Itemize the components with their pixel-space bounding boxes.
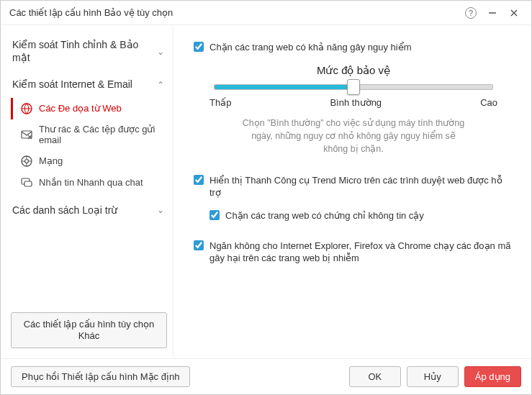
svg-point-8 [25, 159, 29, 163]
apply-button[interactable]: Áp dụng [464, 366, 521, 387]
sidebar-item-spam[interactable]: Thư rác & Các tệp được gửi email [11, 119, 167, 150]
block-untrusted-cert-row[interactable]: Chặn các trang web có chứng chỉ không ti… [209, 209, 511, 222]
minimize-button[interactable] [484, 4, 501, 22]
help-button[interactable]: ? [462, 4, 479, 22]
chevron-down-icon: ⌄ [155, 205, 166, 215]
checkbox-label: Hiển thị Thanh Công cụ Trend Micro trên … [209, 174, 511, 199]
spacer [194, 232, 511, 240]
sidebar-item-web-threats[interactable]: Các Đe dọa từ Web [11, 98, 167, 119]
content-pane: Chặn các trang web có khả năng gây nguy … [173, 25, 531, 358]
block-dangerous-sites-checkbox[interactable] [194, 42, 204, 52]
sidebar-item-network[interactable]: Mạng [11, 150, 167, 172]
block-untrusted-cert-checkbox[interactable] [209, 210, 220, 220]
chevron-down-icon: ⌄ [155, 47, 166, 57]
slider-hint: Chọn "Bình thường" cho việc sử dụng máy … [238, 117, 469, 155]
sidebar-header-label: Các danh sách Loại trừ [12, 204, 155, 217]
sidebar-header-exclusions[interactable]: Các danh sách Loại trừ ⌄ [11, 201, 167, 221]
minimize-icon [488, 9, 497, 17]
block-scripts-checkbox[interactable] [194, 240, 204, 250]
slider-label-high: Cao [480, 97, 497, 108]
slider-label-low: Thấp [209, 97, 231, 108]
ok-button[interactable]: OK [349, 366, 401, 387]
slider-fill [215, 85, 353, 89]
sidebar-item-label: Thư rác & Các tệp được gửi email [39, 124, 164, 146]
show-toolbar-checkbox[interactable] [194, 175, 204, 185]
footer: Phục hồi Thiết lập cấu hình Mặc định OK … [1, 358, 531, 394]
sidebar-footer: Các thiết lập cấu hình tùy chọn Khác [11, 312, 167, 349]
chat-icon [20, 176, 33, 189]
slider-title: Mức độ bảo vệ [209, 64, 497, 77]
cancel-button[interactable]: Hủy [407, 366, 459, 387]
sidebar-section-privacy: Kiểm soát Tinh chỉnh & Bảo mật ⌄ [11, 35, 167, 68]
title-bar: Các thiết lập cấu hình Bảo vệ tùy chọn ? [1, 1, 531, 25]
body: Kiểm soát Tinh chỉnh & Bảo mật ⌄ Kiểm so… [1, 25, 531, 358]
sidebar-item-label: Mạng [39, 155, 164, 167]
window-title: Các thiết lập cấu hình Bảo vệ tùy chọn [9, 7, 458, 18]
chevron-up-icon: ⌃ [155, 80, 166, 90]
block-dangerous-sites-row[interactable]: Chặn các trang web có khả năng gây nguy … [194, 41, 511, 54]
help-icon: ? [465, 7, 477, 19]
sidebar-section-exclusions: Các danh sách Loại trừ ⌄ [11, 201, 167, 221]
block-scripts-row[interactable]: Ngăn không cho Internet Explorer, Firefo… [194, 240, 511, 265]
checkbox-label: Chặn các trang web có chứng chỉ không ti… [225, 209, 511, 222]
checkbox-label: Ngăn không cho Internet Explorer, Firefo… [209, 240, 511, 265]
network-icon [20, 155, 33, 168]
close-icon [510, 9, 518, 17]
protection-level-block: Mức độ bảo vệ Thấp Bình thường Cao Chọn … [209, 64, 497, 155]
checkbox-label: Chặn các trang web có khả năng gây nguy … [209, 41, 511, 54]
protection-level-slider[interactable] [214, 84, 493, 90]
mail-cross-icon [20, 128, 33, 141]
sidebar-header-label: Kiểm soát Internet & Email [12, 78, 155, 91]
restore-defaults-button[interactable]: Phục hồi Thiết lập cấu hình Mặc định [11, 366, 190, 387]
sidebar-section-internet: Kiểm soát Internet & Email ⌃ Các Đe dọa … [11, 75, 167, 194]
sidebar-item-label: Nhắn tin Nhanh qua chat [39, 177, 164, 189]
show-toolbar-row[interactable]: Hiển thị Thanh Công cụ Trend Micro trên … [194, 174, 511, 199]
slider-thumb[interactable] [347, 79, 360, 95]
slider-labels: Thấp Bình thường Cao [209, 97, 497, 108]
sidebar-header-privacy[interactable]: Kiểm soát Tinh chỉnh & Bảo mật ⌄ [11, 35, 167, 68]
globe-alert-icon [20, 102, 33, 115]
sidebar-items: Các Đe dọa từ Web Thư rác & Các tệp được… [11, 98, 167, 194]
svg-rect-14 [24, 181, 32, 186]
sidebar-item-label: Các Đe dọa từ Web [39, 103, 164, 114]
sidebar-header-label: Kiểm soát Tinh chỉnh & Bảo mật [12, 39, 155, 64]
close-button[interactable] [505, 4, 523, 22]
sidebar-item-chat[interactable]: Nhắn tin Nhanh qua chat [11, 172, 167, 194]
other-settings-button[interactable]: Các thiết lập cấu hình tùy chọn Khác [11, 312, 167, 349]
slider-label-mid: Bình thường [330, 97, 382, 108]
sidebar: Kiểm soát Tinh chỉnh & Bảo mật ⌄ Kiểm so… [1, 25, 173, 358]
sidebar-header-internet[interactable]: Kiểm soát Internet & Email ⌃ [11, 75, 167, 95]
